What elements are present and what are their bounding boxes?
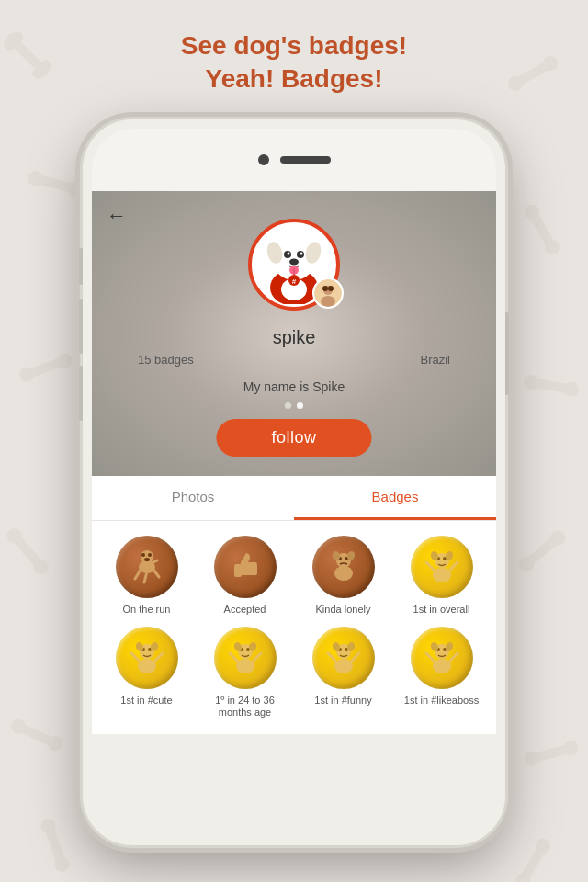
list-item: On the run <box>103 536 190 616</box>
front-camera <box>258 154 269 165</box>
svg-line-105 <box>230 653 237 661</box>
badge-label: 1º in 24 to 36 months age <box>201 695 288 718</box>
profile-name: spike <box>92 327 496 348</box>
badge-label: On the run <box>123 604 171 616</box>
badge-icon-accepted <box>214 536 277 598</box>
dot-2 <box>297 402 303 409</box>
phone-top-bar <box>92 129 496 191</box>
svg-line-124 <box>450 653 458 661</box>
header-section: See dog's badges! Yeah! Badges! <box>0 29 588 96</box>
profile-bio: My name is Spike <box>92 379 496 394</box>
svg-line-97 <box>155 653 163 661</box>
avatar-ring: # <box>248 219 340 311</box>
badge-label: Kinda lonely <box>316 604 371 616</box>
tab-badges[interactable]: Badges <box>294 476 496 520</box>
badge-icon-1st-overall <box>411 536 473 598</box>
side-button-vol-down <box>79 366 83 421</box>
svg-line-115 <box>352 653 359 661</box>
list-item: 1st in overall <box>398 536 485 616</box>
svg-rect-72 <box>234 564 242 577</box>
svg-line-64 <box>135 570 141 579</box>
dot-indicators <box>92 402 496 409</box>
svg-point-109 <box>334 659 353 673</box>
badge-icon-on-the-run <box>116 536 178 598</box>
badges-grid: On the run Accepted <box>92 521 496 734</box>
svg-line-66 <box>153 570 159 577</box>
side-button-power <box>505 312 509 395</box>
list-item: 1st in #funny <box>300 627 387 718</box>
svg-point-91 <box>138 659 156 673</box>
svg-point-100 <box>236 659 254 673</box>
badges-count: 15 badges <box>138 353 194 367</box>
svg-point-70 <box>144 558 150 561</box>
svg-point-49 <box>288 253 290 255</box>
svg-point-82 <box>433 568 451 582</box>
badge-icon-kinda-lonely <box>312 536 375 598</box>
svg-line-96 <box>131 653 139 661</box>
list-item: Kinda lonely <box>300 536 387 616</box>
svg-line-114 <box>328 653 335 661</box>
badge-label: 1st in #likeaboss <box>404 695 479 707</box>
svg-line-65 <box>144 571 147 582</box>
svg-line-88 <box>450 562 458 570</box>
header-title-line2: Yeah! Badges! <box>0 62 588 96</box>
dot-1 <box>285 402 291 409</box>
tab-photos[interactable]: Photos <box>92 476 294 520</box>
svg-point-60 <box>328 286 334 291</box>
svg-point-20 <box>523 374 540 391</box>
list-item: 1º in 24 to 36 months age <box>201 627 288 718</box>
list-item: Accepted <box>201 536 288 616</box>
tabs-section: Photos Badges <box>92 476 496 521</box>
phone-screen: ← <box>92 191 496 836</box>
side-button-mute <box>79 248 83 285</box>
svg-point-50 <box>300 253 303 255</box>
phone-speaker <box>280 156 331 164</box>
svg-point-58 <box>321 296 335 307</box>
phone-inner: ← <box>92 129 496 836</box>
svg-point-21 <box>562 381 580 399</box>
svg-point-118 <box>433 659 451 673</box>
svg-point-68 <box>141 553 145 557</box>
svg-point-69 <box>148 553 152 557</box>
follow-button[interactable]: follow <box>216 419 371 457</box>
svg-line-123 <box>426 653 434 661</box>
svg-point-75 <box>334 566 353 581</box>
profile-section: ← <box>92 191 496 476</box>
svg-line-87 <box>426 562 434 570</box>
back-button[interactable]: ← <box>107 204 127 228</box>
svg-line-106 <box>254 653 261 661</box>
owner-badge <box>312 277 344 309</box>
badge-icon-1st-likeaboss <box>411 627 473 689</box>
list-item: 1st in #cute <box>103 627 190 718</box>
svg-point-59 <box>322 286 328 291</box>
profile-stats: 15 badges Brazil <box>92 353 496 367</box>
badge-label: 1st in #cute <box>120 695 172 707</box>
list-item: 1st in #likeaboss <box>398 627 485 718</box>
avatar-container: # <box>248 219 340 311</box>
svg-point-51 <box>289 259 299 266</box>
badge-icon-1st-funny <box>312 627 375 689</box>
side-button-vol-up <box>79 299 83 354</box>
svg-text:#: # <box>292 277 297 286</box>
badge-label: Accepted <box>224 604 266 616</box>
badge-label: 1st in overall <box>413 604 470 616</box>
header-title-line1: See dog's badges! <box>0 29 588 62</box>
badge-icon-1st-cute <box>116 627 178 689</box>
badge-icon-1st-age <box>214 627 277 689</box>
badge-label: 1st in #funny <box>314 695 371 707</box>
phone-frame: ← <box>83 119 505 845</box>
location: Brazil <box>420 353 450 367</box>
